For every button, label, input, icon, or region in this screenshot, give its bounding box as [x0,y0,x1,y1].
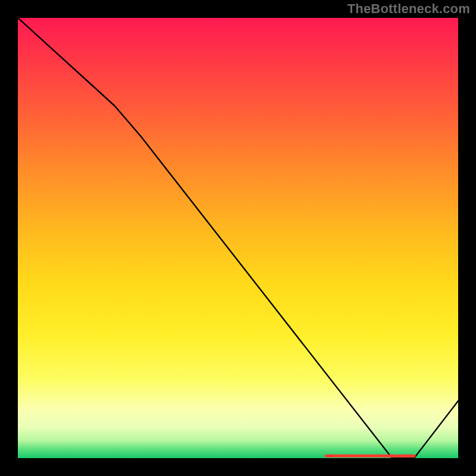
plot-area [18,18,458,458]
chart-frame: TheBottleneck.com [0,0,476,476]
bottleneck-curve [18,18,458,458]
plot-svg [18,18,458,458]
watermark-text: TheBottleneck.com [347,1,470,17]
